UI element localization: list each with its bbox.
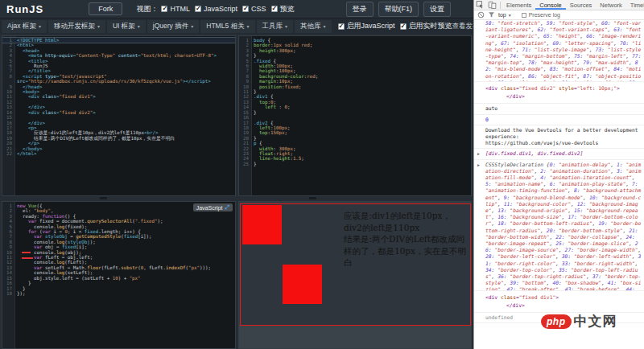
view-checkboxes: HTMLJavaScriptCSS预览 (161, 4, 294, 14)
checkbox[interactable] (195, 6, 201, 12)
checkbox[interactable] (338, 23, 345, 30)
checkbox[interactable] (400, 23, 407, 30)
chevron-down-icon: ▾ (191, 23, 193, 29)
checkbox-option[interactable]: JavaScript (195, 5, 237, 13)
chevron-down-icon: ▾ (138, 23, 140, 29)
checkbox-label: 启用JavaScript (347, 21, 395, 31)
clear-console-icon[interactable] (477, 11, 485, 18)
preview-panel: 应该是:div1的left是10px，div2的left是110px 结果是:两… (238, 201, 472, 349)
preview-paragraph: 应该是:div1的left是10px，div2的left是110px 结果是:两… (344, 210, 467, 269)
checkbox-label: 启用实时预览 (409, 21, 452, 31)
checkbox-option[interactable]: HTML (161, 5, 190, 13)
checkbox[interactable] (271, 6, 278, 12)
framework-tab-label: 移动开发框架 (54, 22, 95, 31)
topbar-button[interactable]: 设置 (423, 2, 451, 17)
framework-tab[interactable]: Ajax 框架▾ (2, 20, 47, 33)
framework-tab[interactable]: UI 框架▾ (107, 20, 146, 33)
html-editor-panel[interactable]: 1<!DOCTYPE html>2<html>3 <head>4 <meta h… (2, 35, 236, 196)
preview-overflow-area (239, 325, 471, 348)
checkbox-option[interactable]: 预览 (271, 4, 295, 14)
fork-button[interactable]: Fork (89, 2, 122, 15)
devtools-tab-bar: ElementsConsoleSourcesNetworkTimelinePro… (474, 0, 644, 10)
runjs-logo[interactable]: RunJS (6, 3, 43, 15)
topbar-button[interactable]: 帮助(F1) (378, 2, 419, 17)
view-label: 视图： (136, 4, 158, 14)
preview-body-border: 应该是:div1的left是10px，div2的left是110px 结果是:两… (240, 203, 471, 326)
execution-context-selector[interactable]: top▼ (498, 12, 512, 18)
css-editor-panel[interactable]: 1body {2border:1px solid red;3 height:30… (238, 35, 472, 196)
checkbox-option[interactable]: CSS (242, 5, 266, 13)
console-log-area[interactable]: 58: "font-stretch", 59: "font-style", 60… (474, 18, 644, 349)
console-row[interactable]: auto (474, 104, 644, 114)
context-label: top (498, 12, 506, 18)
expand-panel-icon[interactable]: ⤢ (225, 204, 229, 211)
expand-arrow-icon[interactable]: ▶ (477, 162, 480, 168)
preserve-log-checkbox[interactable] (522, 13, 526, 18)
chevron-down-icon: ▾ (246, 23, 249, 29)
php-cn-text: 中文网 (574, 312, 617, 331)
framework-tab[interactable]: 其他库▾ (295, 20, 332, 33)
php-cn-watermark: php 中文网 (541, 312, 617, 331)
console-row[interactable]: ▶CSSStyleDeclaration {0: "animation-dela… (474, 160, 644, 291)
checkbox-label: JavaScript (204, 5, 237, 13)
checkbox-option[interactable]: 启用实时预览 (400, 21, 452, 31)
code-line[interactable]: 22</html> (2, 151, 235, 156)
devtools-tab-elements[interactable]: Elements (502, 0, 535, 10)
filter-icon[interactable] (488, 11, 495, 18)
splitter-handle[interactable] (100, 197, 107, 199)
runjs-page: RunJS Fork 视图： HTMLJavaScriptCSS预览 登录帮助(… (0, 0, 473, 349)
php-logo-badge: php (541, 314, 572, 329)
error-marker (22, 257, 33, 259)
html-code-area[interactable]: 1<!DOCTYPE html>2<html>3 <head>4 <meta h… (2, 38, 235, 156)
expand-arrow-icon[interactable]: ▶ (477, 150, 480, 157)
code-line[interactable]: 25} (239, 162, 471, 166)
checkbox-option[interactable]: 启用JavaScript (338, 21, 395, 31)
splitter-handle[interactable] (309, 197, 316, 199)
js-panel-badge[interactable]: JavaScript ⤢ (193, 203, 233, 211)
framework-tabs: Ajax 框架▾移动开发框架▾UI 框架▾jQuery 插件▾HTML5 相关▾… (0, 18, 332, 34)
framework-tab-label: Ajax 框架 (7, 22, 36, 31)
devtools-tab-network[interactable]: Network (596, 0, 626, 10)
chevron-down-icon: ▼ (508, 13, 512, 18)
code-line[interactable]: 18}); (2, 291, 235, 296)
js-code-area[interactable]: 1new Vue({2 el: "body",3 ready: function… (2, 203, 235, 296)
topbar-button[interactable]: 登录 (346, 2, 374, 17)
framework-tab[interactable]: 工具库▾ (257, 20, 294, 33)
framework-tab-label: 其他库 (300, 22, 321, 31)
frameworks-toolbar: Ajax 框架▾移动开发框架▾UI 框架▾jQuery 插件▾HTML5 相关▾… (0, 18, 473, 34)
devtools-tab-timeline[interactable]: Timeline (626, 0, 644, 10)
devtools-tab-console[interactable]: Console (535, 0, 566, 10)
chevron-down-icon: ▾ (39, 23, 41, 29)
framework-tab-label: jQuery 插件 (153, 22, 188, 31)
devtools-tab-sources[interactable]: Sources (566, 0, 597, 10)
console-row[interactable]: Download the Vue Devtools for a better d… (474, 125, 644, 150)
error-marker (22, 252, 31, 253)
preserve-log-toggle[interactable]: Preserve log (522, 12, 560, 18)
top-bar: RunJS Fork 视图： HTMLJavaScriptCSS预览 登录帮助(… (0, 0, 473, 18)
js-panel-badge-label: JavaScript (196, 205, 223, 211)
auth-buttons-group: 登录帮助(F1)设置 (346, 2, 452, 17)
framework-tab[interactable]: 移动开发框架▾ (48, 20, 105, 33)
framework-tab[interactable]: HTML5 相关▾ (200, 20, 254, 33)
checkbox[interactable] (161, 6, 167, 12)
console-row[interactable]: <div class="fixed div1"></div> (474, 291, 644, 313)
divider (500, 2, 501, 9)
js-editor-panel[interactable]: 1new Vue({2 el: "body",3 ready: function… (2, 201, 236, 349)
css-code-area[interactable]: 1body {2border:1px solid red;3 height:30… (239, 38, 471, 166)
preserve-log-label: Preserve log (529, 12, 560, 18)
runjs-app-window: RunJS Fork 视图： HTMLJavaScriptCSS预览 登录帮助(… (0, 0, 644, 349)
devtools-panel: ElementsConsoleSourcesNetworkTimelinePro… (473, 0, 644, 349)
line-number: 22 (2, 151, 14, 156)
console-row[interactable]: 0 (474, 115, 644, 125)
checkbox-label: CSS (251, 5, 266, 13)
inspect-element-icon[interactable] (476, 1, 485, 9)
console-row[interactable]: <div class="fixed div2" style="left: 10p… (474, 82, 644, 104)
device-toolbar-icon[interactable] (488, 1, 497, 9)
checkbox[interactable] (242, 6, 249, 12)
view-options-group: 视图： HTMLJavaScriptCSS预览 (136, 4, 294, 14)
console-row[interactable]: ▶[div.fixed.div1, div.fixed.div2] (474, 149, 644, 159)
preview-text-line1: 应该是:div1的left是10px，div2的left是110px (344, 211, 451, 232)
framework-tab-label: HTML5 相关 (206, 22, 244, 31)
console-row[interactable]: 58: "font-stretch", 59: "font-style", 60… (474, 18, 644, 82)
framework-tab[interactable]: jQuery 插件▾ (147, 20, 199, 33)
